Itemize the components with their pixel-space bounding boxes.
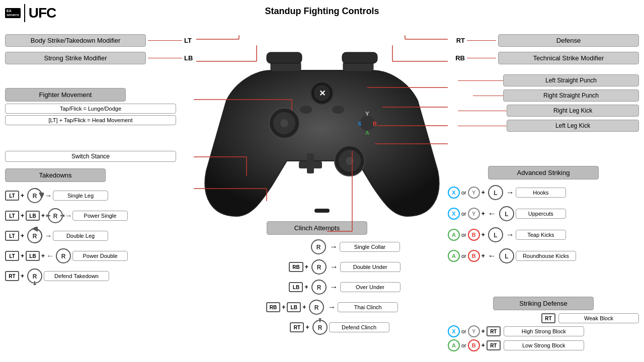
takedown-power-single: LT + LB + R → Power Single [5, 207, 206, 225]
svg-text:R: R [316, 284, 321, 291]
ufc-logo: UFC [29, 5, 56, 21]
rt-btn: RT [5, 271, 19, 281]
switch-stance-label: Switch Stance [5, 151, 176, 162]
fighter-movement-sub1: Tap/Flick = Lunge/Dodge [5, 104, 176, 114]
power-single-label: Power Single [72, 211, 128, 221]
high-strong-block: X or Y + RT High Strong Block [448, 325, 639, 337]
svg-text:R: R [33, 233, 37, 240]
svg-text:R: R [53, 213, 58, 220]
clinch-single-collar: R → Single Collar [201, 238, 433, 256]
svg-marker-30 [46, 214, 47, 217]
rt-action-label: Defense [498, 34, 639, 47]
lb-btn: LB [26, 211, 40, 221]
advanced-striking-section: Advanced Striking X or Y + L → Hooks X o… [448, 166, 639, 268]
lb-btn2: LB [26, 251, 40, 261]
single-collar-label: Single Collar [340, 242, 400, 252]
svg-text:A: A [365, 130, 369, 136]
adv-uppercuts: X or Y + ← L Uppercuts [448, 205, 639, 223]
lt-action-label: Body Strike/Takedown Modifier [5, 34, 146, 47]
clinch-defend: RT + R Defend Clinch [201, 318, 433, 336]
y-action-label: Left Straight Punch [503, 74, 639, 86]
b-action-label: Right Straight Punch [503, 89, 639, 102]
hooks-label: Hooks [516, 188, 566, 198]
adv-teap-kicks: A or B + L → Teap Kicks [448, 226, 639, 244]
high-strong-block-label: High Strong Block [504, 326, 584, 336]
svg-text:R: R [316, 244, 321, 251]
svg-text:R: R [314, 304, 319, 311]
thai-clinch-label: Thai Clinch [338, 302, 398, 312]
striking-defense-header: Striking Defense [493, 297, 594, 310]
adv-roundhouse: A or B + ← L Roundhouse Kicks [448, 247, 639, 265]
clinch-header: Clinch Attempts [267, 221, 367, 235]
svg-point-20 [300, 106, 312, 114]
svg-text:R: R [316, 264, 321, 271]
logo: EA SPORTS UFC [5, 4, 56, 22]
svg-marker-50 [318, 318, 321, 319]
rb-label: RB [453, 54, 465, 62]
weak-block: RT Weak Block [448, 313, 639, 323]
striking-defense-section: Striking Defense RT Weak Block X or Y + … [448, 297, 639, 353]
rb-action-label: Technical Strike Modifier [498, 52, 639, 64]
controller-image: ✕ Y B X A [196, 30, 448, 231]
svg-text:L: L [505, 253, 508, 260]
defend-takedown-label: Defend Takedown [44, 271, 109, 281]
takedowns-section: Takedowns LT + R → Single Leg LT + LB + [5, 168, 206, 287]
lt-btn3: LT [5, 231, 19, 241]
svg-rect-14 [299, 161, 322, 168]
roundhouse-label: Roundhouse Kicks [516, 251, 576, 261]
lt-btn: LT [5, 191, 19, 201]
lb-label: LB [184, 54, 196, 62]
svg-point-9 [280, 119, 288, 127]
lt-btn4: LT [5, 251, 19, 261]
clinch-double-under: RB + R → Double Under [201, 258, 433, 276]
teap-kicks-label: Teap Kicks [516, 230, 566, 240]
page-title: Standup Fighting Controls [0, 0, 644, 20]
low-strong-block-label: Low Strong Block [504, 340, 584, 350]
lt-btn2: LT [5, 211, 19, 221]
adv-hooks: X or Y + L → Hooks [448, 184, 639, 202]
svg-text:✕: ✕ [319, 89, 326, 98]
takedowns-header: Takedowns [5, 168, 106, 182]
over-under-label: Over Under [340, 282, 400, 292]
takedown-power-double: LT + LB + ← R Power Double [5, 247, 206, 265]
svg-rect-22 [314, 209, 330, 213]
rt-label: RT [453, 37, 465, 44]
lt-label: LT [184, 37, 196, 44]
low-strong-block: A or B + RT Low Strong Block [448, 339, 639, 351]
ea-logo: EA SPORTS [5, 8, 21, 18]
svg-text:Y: Y [365, 111, 369, 117]
single-leg-label: Single Leg [53, 191, 108, 201]
a-action-label: Left Leg Kick [507, 120, 639, 132]
svg-text:L: L [494, 190, 497, 197]
x-action-label: Right Leg Kick [507, 105, 639, 117]
lt-section: Body Strike/Takedown Modifier LT Strong … [5, 34, 196, 64]
svg-text:R: R [33, 273, 37, 280]
svg-text:L: L [494, 232, 497, 239]
svg-text:X: X [358, 121, 362, 127]
switch-stance-section: Switch Stance [5, 151, 196, 162]
face-buttons-panel: Left Straight Punch Right Straight Punch… [458, 74, 639, 132]
clinch-section: Clinch Attempts R → Single Collar RB + R… [201, 221, 433, 338]
defend-clinch-label: Defend Clinch [329, 322, 389, 332]
svg-marker-38 [33, 284, 36, 285]
svg-text:R: R [317, 324, 322, 331]
double-leg-label: Double Leg [53, 231, 108, 241]
svg-text:R: R [33, 193, 37, 200]
lb-action-label: Strong Strike Modifier [5, 52, 146, 64]
svg-text:R: R [61, 253, 66, 260]
power-double-label: Power Double [72, 251, 128, 261]
rt-section: RT Defense RB Technical Strike Modifier [453, 34, 639, 64]
clinch-thai: RB + LB + R → Thai Clinch [201, 298, 433, 316]
takedown-single-leg: LT + R → Single Leg [5, 187, 206, 205]
fighter-movement-sub2: [LT] + Tap/Flick = Head Movement [5, 115, 176, 125]
double-under-label: Double Under [340, 262, 400, 272]
svg-rect-2 [267, 52, 302, 63]
svg-point-21 [332, 106, 344, 114]
weak-block-label: Weak Block [558, 313, 639, 323]
advanced-striking-header: Advanced Striking [488, 166, 599, 179]
svg-text:B: B [373, 121, 377, 127]
clinch-over-under: LB + R → Over Under [201, 278, 433, 296]
svg-rect-3 [342, 52, 377, 63]
svg-point-12 [346, 157, 354, 165]
fighter-movement-section: Fighter Movement Tap/Flick = Lunge/Dodge… [5, 88, 196, 125]
